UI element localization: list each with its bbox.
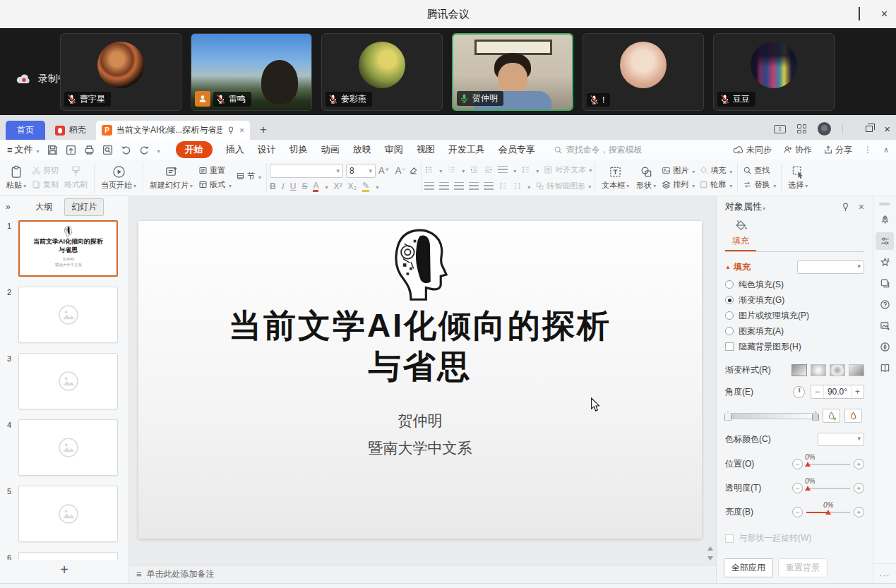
pin-tab-icon[interactable] [227, 126, 235, 135]
slide-thumbnail-3[interactable]: 3 [0, 353, 129, 409]
italic-button[interactable]: I [282, 181, 285, 192]
reset-button[interactable]: 重置 [196, 165, 234, 176]
font-color-button[interactable]: A [313, 181, 318, 192]
find-button[interactable]: 查找 [741, 165, 778, 176]
transparency-increase-button[interactable]: + [854, 483, 864, 493]
slide-affiliation[interactable]: 暨南大学中文系 [138, 438, 702, 458]
add-slide-button[interactable]: + [60, 562, 68, 578]
slider-thumb[interactable] [805, 462, 811, 467]
section-button[interactable]: 节 [234, 171, 263, 181]
rail-object-properties-button[interactable] [876, 232, 894, 250]
participant-tile[interactable]: 曹宇星 [60, 33, 181, 111]
meeting-close-button[interactable]: × [881, 8, 888, 20]
ribbon-tab-insert[interactable]: 插入 [226, 143, 244, 156]
line-spacing-icon[interactable] [521, 165, 530, 174]
rail-image-tools-button[interactable] [876, 317, 894, 335]
slide-author[interactable]: 贺仲明 [138, 411, 702, 431]
font-size-select[interactable]: 8▾ [346, 164, 376, 178]
rail-smart-beautify-button[interactable] [876, 253, 894, 271]
bold-button[interactable]: B [270, 181, 276, 191]
fill-tab[interactable]: 填充 [725, 219, 756, 251]
position-slider[interactable]: 0% [806, 464, 850, 465]
new-tab-button[interactable]: + [260, 123, 267, 137]
strikethrough-button[interactable]: S [301, 181, 307, 191]
save-button[interactable] [47, 144, 59, 156]
reset-background-button[interactable]: 重置背景 [778, 558, 828, 577]
rail-drag-handle[interactable] [879, 203, 890, 205]
format-painter-button[interactable]: 格式刷 [61, 164, 91, 191]
numbered-list-icon[interactable] [447, 165, 456, 174]
increase-indent-icon[interactable] [484, 165, 493, 174]
underline-button[interactable]: U [290, 181, 297, 191]
sync-status-button[interactable]: 未同步 [733, 144, 772, 156]
tab-docer[interactable]: 稻壳 [45, 121, 96, 140]
ribbon-tab-start[interactable]: 开始 [176, 141, 213, 158]
export-image-button[interactable] [65, 144, 77, 156]
color-stop-dropdown[interactable] [818, 433, 864, 446]
notes-bar[interactable]: ≡ 单击此处添加备注 [129, 565, 716, 583]
print-preview-button[interactable] [102, 144, 114, 156]
file-menu[interactable]: ≡ 文件 [7, 143, 40, 156]
participant-tile[interactable]: 豆豆 [713, 33, 835, 111]
play-from-current-button[interactable]: 当页开始 [97, 164, 140, 192]
tab-home[interactable]: 首页 [6, 121, 45, 140]
option-solid-fill[interactable]: 纯色填充(S) [725, 280, 864, 289]
more-menu-icon[interactable]: ⋮ [864, 145, 872, 155]
brightness-slider[interactable]: 0% [806, 512, 850, 513]
pin-panel-icon[interactable] [841, 203, 850, 212]
ribbon-tab-devtools[interactable]: 开发工具 [448, 143, 485, 156]
gradient-style-linear[interactable] [792, 364, 807, 376]
ribbon-tab-animation[interactable]: 动画 [321, 143, 340, 156]
rail-help-button[interactable] [876, 296, 894, 313]
highlight-button[interactable]: ✎ [362, 181, 369, 192]
slide-canvas[interactable]: 当前文学AI化倾向的探析与省思 贺仲明 暨南大学中文系 [138, 221, 702, 539]
ribbon-tab-view[interactable]: 视图 [417, 143, 435, 156]
decrease-font-icon[interactable]: A⁻ [395, 165, 407, 176]
angle-increase-button[interactable]: + [852, 387, 864, 397]
angle-dial[interactable] [793, 386, 805, 398]
participant-tile[interactable]: 雷鸣 [191, 33, 312, 111]
slides-tab[interactable]: 幻灯片 [64, 198, 104, 216]
ribbon-tab-transition[interactable]: 切换 [289, 143, 308, 156]
to-smartart-button[interactable]: 转智能图形 [535, 181, 591, 191]
slide-thumbnail-4[interactable]: 4 [0, 419, 129, 476]
rotate-with-shape-option[interactable]: 与形状一起旋转(W) [725, 532, 864, 544]
decrease-indent-icon[interactable] [470, 165, 479, 174]
transparency-decrease-button[interactable]: − [792, 483, 803, 493]
angle-value[interactable]: 90.0° [823, 385, 852, 398]
print-button[interactable] [83, 144, 95, 156]
align-right-icon[interactable] [454, 182, 464, 190]
option-hide-background-graphics[interactable]: 隐藏背景图形(H) [725, 342, 864, 352]
brightness-increase-button[interactable]: + [854, 507, 864, 517]
slide-thumbnail-5[interactable]: 5 [0, 486, 129, 542]
position-decrease-button[interactable]: − [792, 459, 803, 469]
ribbon-tab-slideshow[interactable]: 放映 [353, 143, 371, 156]
slide-thumbnail-2[interactable]: 2 [0, 287, 129, 343]
paste-button[interactable]: 粘贴 [3, 164, 30, 192]
quick-access-dropdown-icon[interactable] [157, 145, 160, 155]
apply-all-button[interactable]: 全部应用 [724, 558, 773, 577]
bullet-list-icon[interactable] [424, 165, 434, 174]
text-box-button[interactable]: 文本框 [598, 164, 633, 192]
copy-button[interactable]: 复制 [30, 179, 61, 190]
next-slide-icon[interactable] [707, 556, 713, 560]
account-avatar[interactable] [818, 122, 831, 136]
fill-preset-dropdown[interactable] [797, 260, 864, 274]
transparency-slider[interactable]: 0% [806, 488, 850, 489]
gradient-stop-handle[interactable] [812, 412, 819, 421]
tab-document[interactable]: 当前文学AI化倾...探析与省思(1) × [96, 121, 250, 140]
gradient-style-rect[interactable] [830, 364, 845, 376]
ribbon-tab-review[interactable]: 审阅 [385, 143, 403, 156]
slide-thumbnail-1[interactable]: 1 当前文学AI化倾向的探析与省思 贺仲明暨南大学中文系 [0, 220, 129, 277]
clear-format-icon[interactable] [409, 166, 418, 175]
participant-tile[interactable]: 姜彩燕 [321, 33, 443, 111]
meeting-maximize-button[interactable] [859, 8, 860, 20]
gradient-stops-bar[interactable] [725, 413, 818, 419]
collapse-ribbon-icon[interactable]: ∧ [883, 145, 889, 155]
align-center-icon[interactable] [439, 182, 449, 190]
gradient-style-radial[interactable] [811, 364, 826, 376]
rows-icon[interactable] [513, 181, 522, 191]
rail-navigation-button[interactable] [876, 338, 894, 356]
subscript-button[interactable]: X₂ [347, 181, 357, 191]
brightness-decrease-button[interactable]: − [792, 507, 803, 517]
